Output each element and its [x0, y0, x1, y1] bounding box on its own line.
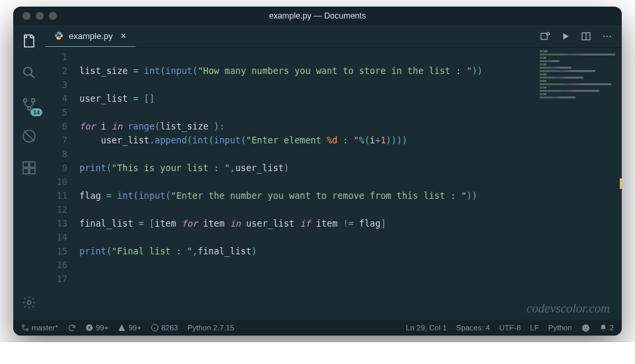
code-line[interactable]: print("This is your list : ",user_list)	[79, 161, 622, 175]
line-number: 2	[45, 64, 67, 78]
status-errors[interactable]: 99+	[85, 324, 109, 332]
code-line[interactable]: list_size = int(input("How many numbers …	[79, 64, 622, 78]
open-changes-icon[interactable]	[540, 31, 550, 42]
line-number: 9	[45, 161, 67, 175]
extensions-icon[interactable]	[20, 159, 38, 177]
code-content[interactable]: list_size = int(input("How many numbers …	[79, 48, 622, 320]
svg-rect-7	[23, 168, 28, 174]
svg-rect-8	[30, 168, 35, 174]
status-spaces[interactable]: Spaces: 4	[456, 324, 490, 332]
more-actions-icon[interactable]	[602, 31, 613, 42]
editor-actions	[540, 25, 622, 47]
svg-point-2	[32, 99, 35, 102]
status-cursor[interactable]: Ln 29, Col 1	[406, 324, 447, 332]
status-notifications[interactable]: 2	[599, 324, 614, 332]
code-line[interactable]: flag = int(input("Enter the number you w…	[79, 189, 622, 203]
tab-label: example.py	[69, 31, 112, 41]
source-control-icon[interactable]: 14	[20, 95, 38, 114]
editor-main: example.py ×	[45, 25, 622, 320]
line-number: 17	[45, 272, 67, 286]
line-number: 7	[45, 133, 67, 147]
line-number: 10	[45, 175, 67, 189]
svg-rect-6	[30, 162, 35, 167]
line-number: 14	[45, 231, 67, 244]
code-line[interactable]: user_list.append(int(input("Enter elemen…	[79, 133, 622, 147]
svg-rect-10	[541, 33, 547, 39]
status-bar: master* 99+ 99+ 8263 Python 2.7.15 Ln 29…	[13, 320, 622, 336]
tab-close-icon[interactable]: ×	[120, 30, 126, 41]
code-line[interactable]	[79, 231, 622, 244]
svg-point-11	[547, 32, 550, 35]
svg-point-9	[27, 301, 31, 305]
code-line[interactable]	[79, 175, 622, 189]
code-line[interactable]: for i in range(list_size ):	[79, 120, 622, 133]
svg-point-3	[28, 107, 31, 110]
svg-point-17	[26, 329, 28, 331]
svg-point-15	[610, 35, 611, 36]
svg-point-0	[24, 67, 32, 75]
svg-point-21	[583, 326, 584, 327]
svg-point-16	[22, 325, 24, 327]
code-editor[interactable]: 1234567891011121314151617 list_size = in…	[45, 48, 622, 320]
status-warnings[interactable]: 99+	[118, 324, 142, 332]
run-icon[interactable]	[561, 32, 570, 41]
line-number: 4	[45, 92, 67, 106]
scm-badge: 14	[30, 108, 42, 116]
split-editor-icon[interactable]	[581, 31, 591, 42]
tab-example-py[interactable]: example.py ×	[45, 25, 136, 47]
activity-bar: 14	[13, 25, 45, 320]
explorer-icon[interactable]	[20, 32, 38, 50]
code-line[interactable]	[79, 203, 622, 217]
status-sync-icon[interactable]	[67, 324, 76, 332]
line-number: 1	[45, 50, 67, 64]
editor-window: example.py — Documents 14	[13, 7, 622, 336]
line-number: 6	[45, 120, 67, 133]
svg-point-22	[586, 326, 587, 327]
svg-point-20	[582, 324, 589, 332]
line-number: 5	[45, 106, 67, 120]
line-number: 16	[45, 258, 67, 272]
status-info[interactable]: 8263	[151, 324, 179, 332]
code-line[interactable]	[79, 272, 622, 286]
code-line[interactable]: final_list = [item for item in user_list…	[79, 217, 622, 231]
titlebar: example.py — Documents	[13, 7, 622, 25]
settings-gear-icon[interactable]	[20, 293, 38, 312]
svg-point-14	[607, 35, 608, 36]
code-line[interactable]	[79, 78, 622, 92]
code-line[interactable]	[79, 258, 622, 272]
line-number: 3	[45, 78, 67, 92]
python-file-icon	[54, 31, 64, 40]
status-interpreter[interactable]: Python 2.7.15	[187, 324, 234, 332]
overview-ruler-mark	[620, 178, 622, 189]
code-line[interactable]	[79, 147, 622, 161]
svg-rect-5	[23, 162, 28, 167]
code-line[interactable]	[79, 106, 622, 120]
workbench-body: 14 example.py ×	[13, 25, 622, 320]
line-number: 11	[45, 189, 67, 203]
status-feedback-icon[interactable]	[581, 324, 590, 332]
status-encoding[interactable]: UTF-8	[499, 324, 521, 332]
status-language[interactable]: Python	[548, 324, 572, 332]
code-line[interactable]	[79, 50, 622, 64]
svg-point-1	[24, 99, 27, 102]
tab-bar: example.py ×	[45, 25, 622, 48]
line-number: 8	[45, 147, 67, 161]
svg-point-13	[603, 35, 605, 36]
status-branch[interactable]: master*	[21, 324, 58, 332]
window-title: example.py — Documents	[13, 11, 622, 20]
line-number: 15	[45, 244, 67, 258]
debug-icon[interactable]	[20, 127, 38, 145]
line-number: 12	[45, 203, 67, 217]
line-number: 13	[45, 217, 67, 231]
status-eol[interactable]: LF	[530, 324, 538, 332]
search-icon[interactable]	[20, 63, 38, 82]
code-line[interactable]: print("Final list : ",final_list)	[79, 244, 622, 258]
code-line[interactable]: user_list = []	[79, 92, 622, 106]
line-number-gutter: 1234567891011121314151617	[45, 48, 79, 320]
